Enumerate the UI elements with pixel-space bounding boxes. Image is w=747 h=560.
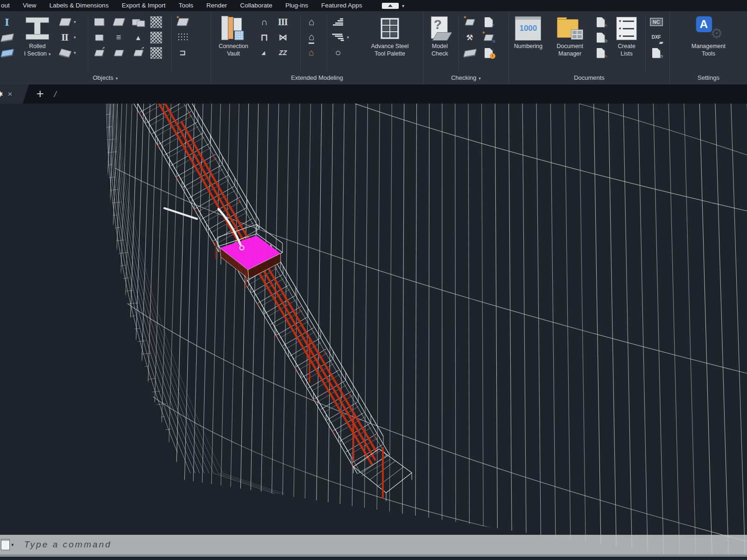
plate-icon[interactable] [92,15,106,28]
purlins-icon[interactable]: ZZ [276,46,290,59]
create-lists-button[interactable]: Create Lists [612,14,641,57]
menu-item-plug-ins[interactable]: Plug-ins [279,0,315,11]
management-tools-label-1: Management [691,42,726,50]
model-check-label-2: Check [431,50,448,57]
display-beam-icon[interactable] [463,46,477,59]
menu-item-tools[interactable]: Tools [172,0,200,11]
ibeam-section-blue-icon[interactable]: I [0,15,14,28]
gable-wall-icon[interactable]: ⌂ [304,15,318,28]
steel-check-icon[interactable]: ✶≡ [481,31,495,44]
numbering-icon: 1000 [515,14,541,42]
railing-caret-icon[interactable]: ▾ [347,35,349,40]
arched-frame-icon[interactable]: ∩ [257,15,271,28]
ribbon-display-caret-icon[interactable]: ▾ [402,3,404,8]
ribbon-group-checking: ? Model Check ✶ ✓ ⚒ ✶≡ [423,11,509,84]
drawing-styles-icon[interactable]: ✎ [594,46,608,59]
compound-beam-icon[interactable] [58,15,72,28]
grating-icon[interactable] [149,15,163,28]
folded-plate-icon[interactable] [131,15,145,28]
advance-steel-tool-palette-button[interactable]: Advance Steel Tool Palette [364,14,416,57]
split-plate-icon[interactable] [112,46,126,59]
rolled-i-section-label-2: I Section [24,50,47,57]
management-tools-button[interactable]: A⚙ Management Tools [683,14,734,57]
advance-steel-tool-palette-icon [381,14,399,42]
special-part-icon[interactable]: ✶ [176,15,190,28]
beam-icon[interactable] [0,31,14,44]
anchor-bolt-icon[interactable]: ⊓ [176,46,190,59]
command-input-placeholder[interactable]: Type a command [24,539,112,550]
menu-item-view[interactable]: View [16,0,43,11]
menu-item-labels-dimensions[interactable]: Labels & Dimensions [43,0,115,11]
new-tab-button[interactable]: + [36,88,44,100]
drawing-update-icon[interactable]: ✎ [594,15,608,28]
bent-plate-icon[interactable]: ▲ [131,31,145,44]
shrink-plate-icon[interactable]: ↗ [92,46,106,59]
model-viewport[interactable] [0,104,747,560]
extended-modeling-group-label: Extended Modeling [211,73,423,84]
beam-selected-icon[interactable] [0,46,14,59]
cage-ladder-icon[interactable]: ○ [331,46,345,59]
curtain-wall-icon[interactable]: Ⅲ [276,15,290,28]
command-line-bar[interactable]: ▾ Type a command [0,535,747,554]
management-tools-icon: A⚙ [694,14,723,42]
tab-close-icon[interactable]: × [8,90,13,99]
merge-plate-icon[interactable]: ↗ [131,46,145,59]
ribbon-group-settings: A⚙ Management Tools Settings [670,11,747,84]
rolled-i-section-label-1: Rolled [24,42,50,50]
menu-item-layout[interactable]: out [0,0,16,11]
drawing-tab-bar: ✱ × + / [0,84,747,104]
connection-vault-button[interactable]: Connection Vault [212,14,254,57]
status-bar-strip [0,557,747,560]
menu-item-collaborate[interactable]: Collaborate [233,0,279,11]
check-report-icon[interactable]: ! [481,46,495,59]
gable-wall-base-icon[interactable]: ⌂ [304,31,318,44]
rolled-i-section-button[interactable]: Rolled I Section▾ [20,14,55,58]
advance-steel-window: out View Labels & Dimensions Export & Im… [0,0,747,560]
drawing-modified-icon: ✱ [0,90,3,98]
numbering-label: Numbering [514,42,543,50]
menu-item-featured-apps[interactable]: Featured Apps [315,0,369,11]
polygon-plate-icon[interactable] [112,15,126,28]
document-manager-label-1: Document [557,42,583,50]
welded-beam-caret-icon[interactable]: ▾ [74,35,76,40]
rolled-i-section-icon [26,14,49,42]
slanted-truss-icon[interactable]: ▲ [257,46,271,59]
drawing-tab[interactable]: ✱ × [0,84,29,104]
audit-check-icon[interactable]: ✓ [481,15,495,28]
objects-group-caret-icon: ▾ [116,76,118,81]
tool-palette-label-2: Tool Palette [371,50,409,57]
grating-bar-icon[interactable] [149,46,163,59]
spiral-stair-icon[interactable] [331,15,345,28]
menu-item-render[interactable]: Render [200,0,233,11]
nc-files-icon[interactable]: NC [649,15,663,28]
clash-check-icon[interactable]: ✶ [463,15,477,28]
menu-item-export-import[interactable]: Export & Import [115,0,172,11]
folded-profile-caret-icon[interactable]: ▾ [74,50,76,55]
compound-beam-caret-icon[interactable]: ▾ [74,20,76,24]
welded-beam-icon[interactable]: Ⅱ [58,31,72,44]
twin-plates-icon[interactable]: ≡ [112,31,126,44]
joint-design-icon[interactable]: ⚒ [463,31,477,44]
export-settings-icon[interactable]: ⚙ [649,46,663,59]
command-line-caret-icon[interactable]: ▾ [11,542,14,548]
folded-profile-icon[interactable] [58,46,72,59]
document-manager-button[interactable]: Document Manager [549,14,591,57]
create-lists-label-2: Lists [618,50,635,57]
ribbon-display-icon[interactable] [382,3,399,9]
grating-variable-icon[interactable] [149,31,163,44]
checking-group-label[interactable]: Checking▾ [423,73,508,84]
numbering-button[interactable]: 1000 Numbering [510,14,546,50]
drawing-process-icon[interactable]: ⚙ [594,31,608,44]
rect-plate-icon[interactable] [92,31,106,44]
command-line-icon[interactable] [1,539,10,550]
dxf-files-icon[interactable]: DXF▰ [649,31,663,44]
railing-icon[interactable] [331,31,345,44]
rolled-i-section-caret-icon: ▾ [49,52,51,56]
model-check-button[interactable]: ? Model Check [425,14,455,57]
truss-icon[interactable]: ⋈ [276,31,290,44]
isolated-points-icon[interactable] [176,31,190,44]
objects-group-label[interactable]: Objects▾ [0,73,211,84]
document-manager-label-2: Manager [557,50,583,57]
hip-roof-icon[interactable]: ⌂ [304,46,318,59]
portal-frame-icon[interactable]: ⊓ [257,31,271,44]
